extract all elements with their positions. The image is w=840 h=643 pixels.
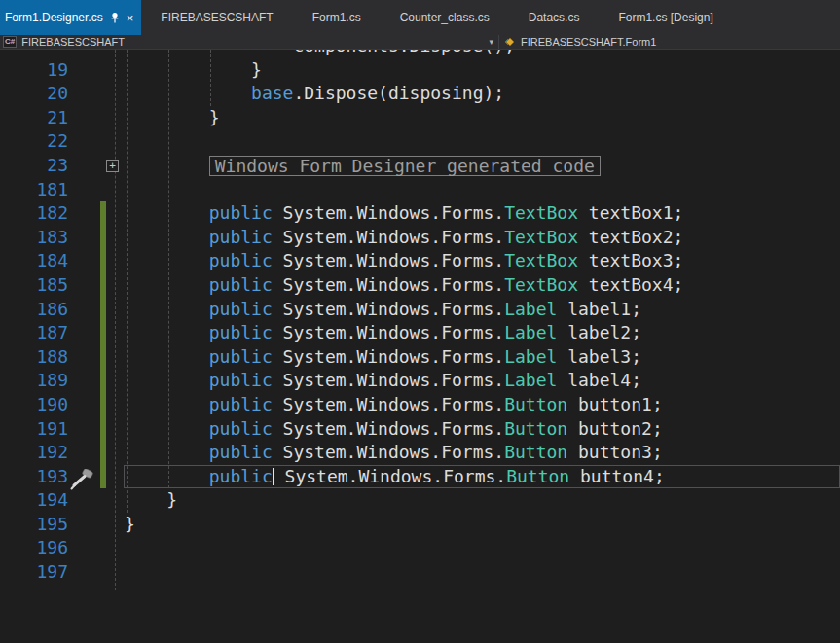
close-icon[interactable]: × [127, 12, 134, 24]
tab-form1-cs[interactable]: Form1.cs [293, 0, 381, 35]
line-number: 189 [0, 369, 68, 393]
member-dropdown-label: FIREBASESCSHAFT.Form1 [521, 36, 656, 48]
member-dropdown[interactable]: FIREBASESCSHAFT.Form1 [499, 35, 656, 49]
line-number: 23 [0, 154, 68, 178]
tab-label: Form1.Designer.cs [5, 11, 103, 24]
project-dropdown-label: FIREBASESCSHAFT [21, 36, 125, 48]
project-dropdown[interactable]: C# FIREBASESCSHAFT ▾ [0, 35, 498, 49]
code-text: public System.Windows.Forms.Button butto… [125, 465, 665, 489]
code-text: components.Dispose(); [125, 50, 515, 58]
line-number: 181 [0, 178, 68, 202]
line-number: 21 [0, 106, 68, 130]
code-editor[interactable]: components.Dispose();19 }20 base.Dispose… [0, 50, 840, 643]
tab-form1-designer-cs[interactable]: Form1.Designer.cs × [0, 0, 141, 35]
code-text: } [125, 488, 177, 513]
line-number: 20 [0, 82, 68, 106]
vs-editor-window: Form1.Designer.cs × FIREBASESCSHAFT Form… [0, 0, 840, 643]
line-number: 193 [0, 465, 68, 489]
code-line[interactable]: 193 public System.Windows.Forms.Button b… [0, 465, 840, 489]
line-number: 184 [0, 249, 68, 273]
code-line[interactable]: 181 [0, 178, 840, 202]
code-text: public System.Windows.Forms.TextBox text… [125, 226, 683, 250]
code-line[interactable]: 19 } [0, 58, 840, 83]
navigation-bar: C# FIREBASESCSHAFT ▾ FIREBASESCSHAFT.For… [0, 35, 840, 50]
tab-counter-class-cs[interactable]: Counter_class.cs [381, 0, 509, 35]
code-lines: components.Dispose();19 }20 base.Dispose… [0, 50, 840, 585]
tab-bar: Form1.Designer.cs × FIREBASESCSHAFT Form… [0, 0, 840, 35]
code-line[interactable]: 23+ Windows Form Designer generated code [0, 154, 840, 178]
code-text: public System.Windows.Forms.Label label3… [125, 345, 641, 370]
code-line[interactable]: 186 public System.Windows.Forms.Label la… [0, 298, 840, 322]
code-text: public System.Windows.Forms.Button butto… [125, 417, 663, 442]
code-line[interactable]: 22 [0, 129, 840, 154]
code-text: Windows Form Designer generated code [125, 154, 601, 178]
line-number: 190 [0, 393, 68, 417]
line-number: 187 [0, 321, 68, 345]
line-number: 188 [0, 345, 68, 370]
code-line[interactable]: 197 [0, 560, 840, 585]
chevron-down-icon[interactable]: ▾ [489, 37, 498, 47]
code-line[interactable]: 182 public System.Windows.Forms.TextBox … [0, 201, 840, 226]
code-line[interactable]: 190 public System.Windows.Forms.Button b… [0, 393, 840, 417]
code-line[interactable]: 183 public System.Windows.Forms.TextBox … [0, 226, 840, 250]
code-line[interactable]: 21 } [0, 106, 840, 130]
code-line[interactable]: 188 public System.Windows.Forms.Label la… [0, 345, 840, 370]
code-line[interactable]: 196 [0, 536, 840, 560]
code-text: } [125, 106, 220, 130]
line-number: 195 [0, 513, 68, 537]
code-line[interactable]: 195} [0, 513, 840, 537]
line-number: 182 [0, 201, 68, 226]
code-text: public System.Windows.Forms.Label label2… [125, 321, 641, 345]
code-text: public System.Windows.Forms.TextBox text… [125, 201, 683, 226]
code-line[interactable]: components.Dispose(); [0, 50, 840, 58]
code-line[interactable]: 185 public System.Windows.Forms.TextBox … [0, 273, 840, 298]
screwdriver-cursor-icon [70, 469, 95, 494]
line-number: 194 [0, 488, 68, 513]
code-line[interactable]: 20 base.Dispose(disposing); [0, 82, 840, 106]
code-line[interactable]: 187 public System.Windows.Forms.Label la… [0, 321, 840, 345]
line-number: 183 [0, 226, 68, 250]
code-text: } [125, 513, 135, 537]
code-text: public System.Windows.Forms.Label label4… [125, 369, 641, 393]
code-line[interactable]: 184 public System.Windows.Forms.TextBox … [0, 249, 840, 273]
tab-label: Datacs.cs [529, 11, 580, 24]
code-line[interactable]: 192 public System.Windows.Forms.Button b… [0, 441, 840, 465]
line-number: 19 [0, 58, 68, 83]
code-text: public System.Windows.Forms.TextBox text… [125, 273, 683, 298]
code-text: public System.Windows.Forms.Label label1… [125, 298, 641, 322]
line-number: 192 [0, 441, 68, 465]
tab-firebasecshaft[interactable]: FIREBASESCSHAFT [141, 0, 292, 35]
line-number: 197 [0, 560, 68, 585]
fold-expand-icon[interactable]: + [106, 160, 119, 172]
class-icon [504, 36, 516, 48]
code-text: public System.Windows.Forms.Button butto… [125, 393, 663, 417]
code-text: public System.Windows.Forms.TextBox text… [125, 249, 683, 273]
tab-form1-cs-design[interactable]: Form1.cs [Design] [599, 0, 732, 35]
code-text: public System.Windows.Forms.Button butto… [125, 441, 663, 465]
tab-label: Form1.cs [Design] [618, 11, 712, 24]
tab-label: Counter_class.cs [400, 11, 490, 24]
line-number: 196 [0, 536, 68, 560]
tab-label: FIREBASESCSHAFT [161, 11, 273, 24]
code-text: } [125, 58, 262, 83]
csharp-file-icon: C# [3, 36, 17, 48]
line-number: 22 [0, 129, 68, 154]
code-line[interactable]: 189 public System.Windows.Forms.Label la… [0, 369, 840, 393]
pin-icon[interactable] [110, 12, 120, 23]
code-line[interactable]: 191 public System.Windows.Forms.Button b… [0, 417, 840, 442]
line-number: 186 [0, 298, 68, 322]
tab-datacs-cs[interactable]: Datacs.cs [509, 0, 600, 35]
code-line[interactable]: 194 } [0, 488, 840, 513]
line-number: 191 [0, 417, 68, 442]
code-text: base.Dispose(disposing); [125, 82, 504, 106]
collapsed-region[interactable]: Windows Form Designer generated code [209, 156, 601, 176]
tab-label: Form1.cs [312, 11, 361, 24]
line-number: 185 [0, 273, 68, 298]
